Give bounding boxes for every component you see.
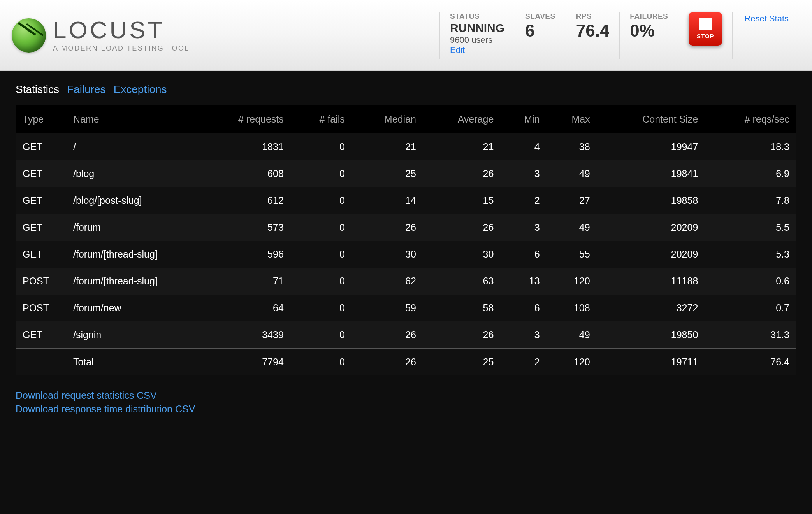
cell-fails: 0 [291, 187, 352, 214]
cell-min: 13 [501, 268, 547, 295]
cell-average: 30 [423, 241, 501, 268]
status-users: 9600 users [450, 35, 504, 45]
failures-label: FAILURES [630, 12, 668, 21]
reset-stats-link[interactable]: Reset Stats [744, 14, 789, 24]
cell-content_size: 11188 [597, 268, 705, 295]
cell-max: 38 [547, 133, 597, 160]
cell-name: /forum/[thread-slug] [66, 241, 199, 268]
logo-block: LOCUST A MODERN LOAD TESTING TOOL [12, 18, 439, 53]
cell-min: 6 [501, 295, 547, 321]
cell-fails: 0 [291, 295, 352, 321]
cell-fails: 0 [291, 321, 352, 349]
rps-label: RPS [576, 12, 610, 21]
cell-max: 120 [547, 268, 597, 295]
cell-min: 4 [501, 133, 547, 160]
stats-table-wrap: Type Name # requests # fails Median Aver… [16, 105, 796, 375]
cell-median: 26 [352, 214, 423, 241]
cell-median: 30 [352, 241, 423, 268]
cell-requests: 71 [199, 268, 291, 295]
csv-links: Download request statistics CSV Download… [0, 375, 812, 447]
cell-requests: 608 [199, 160, 291, 187]
stop-button[interactable]: STOP [689, 12, 722, 46]
table-row: POST/forum/new6405958610832720.7 [16, 295, 796, 321]
cell-average: 63 [423, 268, 501, 295]
col-fails[interactable]: # fails [291, 105, 352, 133]
total-cell-average: 25 [423, 349, 501, 376]
col-type[interactable]: Type [16, 105, 66, 133]
cell-average: 26 [423, 321, 501, 349]
table-header-row: Type Name # requests # fails Median Aver… [16, 105, 796, 133]
edit-link[interactable]: Edit [450, 45, 465, 55]
download-distribution-csv-link[interactable]: Download response time distribution CSV [16, 402, 796, 416]
stop-button-label: STOP [697, 33, 714, 39]
table-row: GET/forum57302626349202095.5 [16, 214, 796, 241]
col-requests[interactable]: # requests [199, 105, 291, 133]
cell-name: / [66, 133, 199, 160]
cell-median: 25 [352, 160, 423, 187]
status-value: RUNNING [450, 21, 504, 34]
cell-content_size: 19947 [597, 133, 705, 160]
col-median[interactable]: Median [352, 105, 423, 133]
total-cell-fails: 0 [291, 349, 352, 376]
cell-requests: 596 [199, 241, 291, 268]
cell-reqs_sec: 0.6 [705, 268, 796, 295]
table-row: GET/forum/[thread-slug]59603030655202095… [16, 241, 796, 268]
cell-median: 26 [352, 321, 423, 349]
cell-fails: 0 [291, 214, 352, 241]
header: LOCUST A MODERN LOAD TESTING TOOL STATUS… [0, 0, 812, 71]
cell-type: GET [16, 187, 66, 214]
total-cell-min: 2 [501, 349, 547, 376]
col-content-size[interactable]: Content Size [597, 105, 705, 133]
cell-requests: 573 [199, 214, 291, 241]
cell-max: 49 [547, 214, 597, 241]
col-name[interactable]: Name [66, 105, 199, 133]
stats-table: Type Name # requests # fails Median Aver… [16, 105, 796, 375]
cell-requests: 64 [199, 295, 291, 321]
col-average[interactable]: Average [423, 105, 501, 133]
cell-type: GET [16, 160, 66, 187]
total-cell-name: Total [66, 349, 199, 376]
header-stats: STATUS RUNNING 9600 users Edit SLAVES 6 … [439, 12, 800, 59]
cell-fails: 0 [291, 133, 352, 160]
logo-subtitle: A MODERN LOAD TESTING TOOL [53, 44, 190, 53]
stop-stat: STOP [678, 12, 732, 59]
cell-requests: 1831 [199, 133, 291, 160]
total-cell-median: 26 [352, 349, 423, 376]
cell-reqs_sec: 31.3 [705, 321, 796, 349]
tab-statistics[interactable]: Statistics [16, 83, 59, 96]
slaves-value: 6 [525, 21, 555, 40]
table-row: GET/blog60802526349198416.9 [16, 160, 796, 187]
cell-average: 15 [423, 187, 501, 214]
cell-type: GET [16, 321, 66, 349]
tabs: Statistics Failures Exceptions [0, 71, 812, 105]
cell-content_size: 19858 [597, 187, 705, 214]
failures-value: 0% [630, 21, 668, 40]
cell-requests: 3439 [199, 321, 291, 349]
total-cell-max: 120 [547, 349, 597, 376]
col-min[interactable]: Min [501, 105, 547, 133]
col-max[interactable]: Max [547, 105, 597, 133]
cell-average: 58 [423, 295, 501, 321]
cell-min: 3 [501, 321, 547, 349]
total-cell-content_size: 19711 [597, 349, 705, 376]
table-row: GET/1831021214381994718.3 [16, 133, 796, 160]
cell-max: 27 [547, 187, 597, 214]
cell-reqs_sec: 0.7 [705, 295, 796, 321]
cell-content_size: 20209 [597, 214, 705, 241]
cell-type: GET [16, 133, 66, 160]
tab-exceptions[interactable]: Exceptions [114, 83, 167, 96]
cell-content_size: 3272 [597, 295, 705, 321]
cell-content_size: 19841 [597, 160, 705, 187]
cell-fails: 0 [291, 268, 352, 295]
table-row: GET/blog/[post-slug]61201415227198587.8 [16, 187, 796, 214]
table-total-row: Total77940262521201971176.4 [16, 349, 796, 376]
cell-name: /forum [66, 214, 199, 241]
download-request-csv-link[interactable]: Download request statistics CSV [16, 389, 796, 402]
status-label: STATUS [450, 12, 504, 21]
cell-requests: 612 [199, 187, 291, 214]
cell-name: /forum/[thread-slug] [66, 268, 199, 295]
cell-reqs_sec: 7.8 [705, 187, 796, 214]
locust-logo-icon [12, 18, 46, 53]
col-reqs-sec[interactable]: # reqs/sec [705, 105, 796, 133]
tab-failures[interactable]: Failures [67, 83, 106, 96]
